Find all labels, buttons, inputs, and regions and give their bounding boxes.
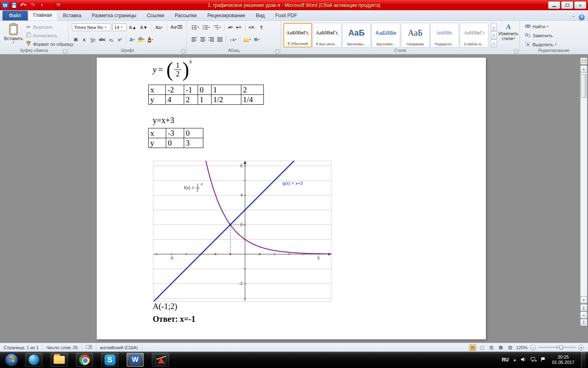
- clock[interactable]: 20:25 01.05.2017: [550, 355, 577, 365]
- tab-view[interactable]: Вид: [250, 11, 270, 20]
- ruler-toggle-button[interactable]: [580, 58, 587, 65]
- align-center-button[interactable]: [199, 36, 207, 43]
- style-normal[interactable]: АаБбВвГг, ¶ Обычный: [283, 23, 312, 47]
- show-hidden-icons[interactable]: ▲: [513, 358, 517, 362]
- replace-button[interactable]: Заменить: [525, 32, 556, 39]
- style-heading1[interactable]: АаБ Заголово...: [342, 23, 371, 47]
- zoom-level[interactable]: 120%: [516, 345, 528, 350]
- multilevel-list-button[interactable]: ▾: [212, 23, 222, 31]
- tab-review[interactable]: Рецензирование: [202, 11, 251, 20]
- font-color-button[interactable]: А▾: [147, 36, 154, 43]
- underline-button[interactable]: Ч▾: [89, 36, 97, 43]
- scroll-down-button[interactable]: ▼: [580, 296, 587, 303]
- cut-button[interactable]: ✂Вырезать: [25, 23, 74, 31]
- document-page[interactable]: y = ( 12 ) x x-2 -10 12 y4 21 1/21/4: [97, 58, 486, 339]
- tab-mailings[interactable]: Рассылки: [169, 11, 202, 20]
- zoom-in-button[interactable]: +: [578, 345, 584, 350]
- scroll-thumb[interactable]: [581, 74, 586, 98]
- taskbar-item-browser-globe[interactable]: [25, 353, 42, 367]
- font-dialog-launcher[interactable]: [181, 49, 185, 54]
- style-heading2[interactable]: АаБбВв Заголово...: [372, 23, 400, 47]
- qat-menu-caret-icon[interactable]: ▾: [38, 1, 46, 9]
- decrease-indent-button[interactable]: ◂≡: [227, 23, 234, 31]
- action-center-icon[interactable]: [541, 357, 546, 363]
- change-styles-button[interactable]: А Изменить стили▾: [499, 23, 518, 48]
- scroll-up-button[interactable]: ▲: [580, 65, 587, 72]
- taskbar-item-chrome[interactable]: [76, 353, 93, 367]
- collapse-ribbon-icon[interactable]: ⌃: [572, 15, 575, 20]
- view-print-layout-button[interactable]: ▤: [469, 344, 476, 351]
- zoom-slider[interactable]: [538, 347, 576, 348]
- page-indicator[interactable]: Страница: 1 из 1: [0, 343, 43, 352]
- style-title[interactable]: АаБ Название: [401, 23, 430, 47]
- styles-scroll-down[interactable]: ▾: [491, 31, 497, 39]
- minimize-button[interactable]: [548, 1, 560, 9]
- shrink-font-button[interactable]: А▼: [139, 23, 149, 31]
- save-button[interactable]: [10, 1, 18, 9]
- zoom-slider-thumb[interactable]: [559, 345, 563, 350]
- clipboard-dialog-launcher[interactable]: [63, 49, 67, 54]
- italic-button[interactable]: К: [80, 36, 88, 43]
- tab-foxit-pdf[interactable]: Foxit PDF: [270, 11, 302, 20]
- bold-button[interactable]: Ж: [72, 36, 80, 43]
- strikethrough-button[interactable]: abc: [98, 36, 107, 43]
- text-effects-button[interactable]: А▾: [128, 36, 136, 43]
- zoom-out-button[interactable]: −: [530, 345, 536, 350]
- view-web-button[interactable]: ▥: [488, 344, 495, 351]
- maximize-button[interactable]: [561, 1, 573, 9]
- superscript-button[interactable]: x²: [116, 36, 124, 43]
- styles-scroll-up[interactable]: ▴: [491, 23, 497, 31]
- help-icon[interactable]: ?: [579, 14, 585, 20]
- shading-button[interactable]: ▾: [242, 36, 252, 43]
- select-browse-object-button[interactable]: ●: [580, 312, 587, 319]
- format-painter-button[interactable]: Формат по образцу: [25, 40, 74, 48]
- undo-button[interactable]: ↶▾: [19, 1, 27, 9]
- paste-button[interactable]: Вставить ▾: [3, 22, 24, 48]
- volume-icon[interactable]: [521, 357, 526, 363]
- styles-dialog-launcher[interactable]: [514, 49, 518, 54]
- view-outline-button[interactable]: ▦: [497, 344, 504, 351]
- style-no-spacing[interactable]: АаБбВвГг, ¶ Без инте...: [313, 23, 341, 47]
- copy-button[interactable]: Копировать: [25, 32, 74, 39]
- view-draft-button[interactable]: ▧: [507, 344, 514, 351]
- tab-page-layout[interactable]: Разметка страницы: [87, 11, 142, 20]
- find-button[interactable]: Найти▾: [525, 23, 556, 30]
- numbering-button[interactable]: ▾: [201, 23, 212, 31]
- subscript-button[interactable]: x₂: [107, 36, 115, 43]
- taskbar-item-word[interactable]: W: [127, 353, 144, 367]
- justify-button[interactable]: [216, 36, 224, 43]
- style-subtle[interactable]: АаБбВвГг Слабое в...: [460, 23, 488, 47]
- line-spacing-button[interactable]: ↕≡▾: [228, 36, 238, 43]
- bullets-button[interactable]: ▾: [190, 23, 200, 31]
- taskbar-item-skype[interactable]: S: [101, 353, 118, 367]
- proofing-status[interactable]: [82, 343, 96, 352]
- next-page-button[interactable]: ▼▼: [580, 319, 587, 326]
- styles-more-button[interactable]: ▾: [491, 39, 497, 47]
- start-button[interactable]: [5, 353, 18, 366]
- word-count[interactable]: Число слов: 26: [43, 343, 82, 352]
- word-logo-icon[interactable]: W: [2, 2, 9, 9]
- taskbar-item-grapher[interactable]: [152, 353, 169, 367]
- close-button[interactable]: ×: [574, 1, 586, 9]
- paragraph-dialog-launcher[interactable]: [275, 49, 279, 54]
- highlight-button[interactable]: ab▾: [137, 36, 146, 43]
- font-size-combo[interactable]: 14▾: [112, 23, 127, 31]
- font-family-combo[interactable]: Times New Ro▾: [72, 23, 111, 31]
- increase-indent-button[interactable]: ▸≡: [235, 23, 243, 31]
- show-marks-button[interactable]: ¶: [258, 23, 265, 31]
- view-fullscreen-button[interactable]: ▢: [479, 344, 486, 351]
- previous-page-button[interactable]: ▲▲: [580, 304, 587, 311]
- sort-button[interactable]: АЯ↓: [247, 23, 257, 31]
- language-indicator[interactable]: английский (США): [96, 343, 142, 352]
- tab-home[interactable]: Главная: [28, 10, 58, 20]
- borders-button[interactable]: ⊞▾: [253, 36, 261, 43]
- taskbar-item-explorer[interactable]: [51, 353, 68, 367]
- pinned-addon-icon[interactable]: [56, 2, 61, 8]
- network-icon[interactable]: [530, 357, 537, 363]
- change-case-button[interactable]: Аа▾: [154, 23, 164, 31]
- style-subtitle[interactable]: АаБбВе. Подзагол...: [430, 23, 459, 47]
- redo-button[interactable]: ↷: [29, 1, 37, 9]
- tab-references[interactable]: Ссылки: [142, 11, 169, 20]
- clear-formatting-button[interactable]: Аа⌫: [169, 23, 184, 31]
- scroll-track[interactable]: [580, 72, 587, 296]
